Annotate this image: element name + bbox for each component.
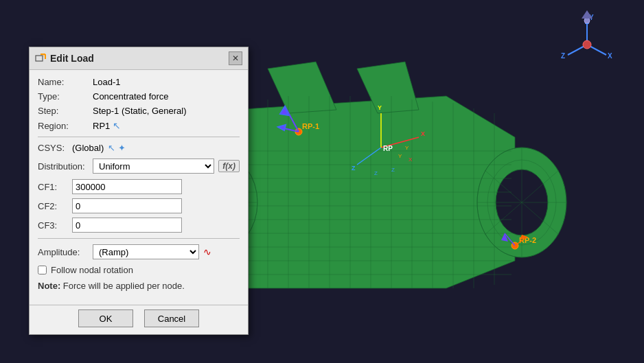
svg-text:RP-1: RP-1	[302, 122, 319, 130]
distribution-select[interactable]: Uniform User-defined	[93, 159, 214, 174]
region-label: Region:	[38, 121, 93, 131]
type-label: Type:	[38, 91, 93, 102]
svg-text:Z: Z	[561, 52, 565, 60]
step-row: Step: Step-1 (Static, General)	[38, 106, 240, 116]
svg-text:Z: Z	[374, 170, 378, 176]
region-select-icon[interactable]: ↖	[113, 120, 121, 131]
name-value: Load-1	[93, 77, 120, 87]
cf1-row: CF1:	[38, 179, 240, 194]
name-label: Name:	[38, 77, 93, 87]
follow-nodal-checkbox[interactable]	[38, 266, 47, 274]
note-text: Force will be applied per node.	[60, 281, 185, 291]
cf2-row: CF2:	[38, 198, 240, 213]
csys-row: CSYS: (Global) ↖ ✦	[38, 143, 240, 153]
distribution-select-wrapper: Uniform User-defined	[93, 159, 214, 174]
cf3-row: CF3:	[38, 218, 240, 233]
divider-2	[38, 238, 240, 239]
svg-text:Z: Z	[391, 167, 395, 173]
amplitude-wave-icon[interactable]: ∿	[203, 246, 211, 257]
svg-text:X: X	[608, 52, 612, 60]
distribution-label: Distribution:	[38, 161, 93, 172]
amplitude-select[interactable]: (Ramp) (Instantaneous) Custom	[93, 244, 199, 259]
follow-nodal-row: Follow nodal rotation	[38, 265, 240, 275]
divider-1	[38, 137, 240, 137]
close-button[interactable]: ✕	[229, 51, 242, 65]
cancel-button[interactable]: Cancel	[144, 309, 199, 327]
csys-pick-icon[interactable]: ↖	[108, 143, 115, 153]
csys-value: (Global)	[72, 143, 104, 153]
edit-load-dialog: Edit Load ✕ Name: Load-1 Type: Concentra…	[29, 47, 249, 335]
dialog-title: Edit Load	[50, 53, 94, 64]
type-value: Concentrated force	[93, 91, 169, 102]
cf2-label: CF2:	[38, 201, 72, 211]
ok-button[interactable]: OK	[78, 309, 133, 327]
amplitude-row: Amplitude: (Ramp) (Instantaneous) Custom…	[38, 244, 240, 259]
dialog-titlebar: Edit Load ✕	[30, 47, 248, 70]
svg-point-77	[584, 18, 590, 23]
type-row: Type: Concentrated force	[38, 91, 240, 102]
svg-text:Y: Y	[378, 104, 382, 111]
svg-text:X: X	[409, 156, 413, 163]
follow-nodal-label[interactable]: Follow nodal rotation	[51, 265, 133, 275]
step-label: Step:	[38, 106, 93, 116]
svg-text:X: X	[421, 130, 425, 137]
svg-text:Y: Y	[405, 145, 409, 151]
dialog-body: Name: Load-1 Type: Concentrated force St…	[30, 70, 248, 305]
svg-text:RP: RP	[383, 145, 393, 152]
amplitude-select-wrapper: (Ramp) (Instantaneous) Custom ∿	[93, 244, 240, 259]
csys-create-icon[interactable]: ✦	[118, 143, 126, 153]
region-value: RP1	[93, 121, 110, 131]
cf1-input[interactable]	[72, 179, 182, 194]
csys-label: CSYS:	[38, 143, 72, 153]
note-row: Note: Force will be applied per node.	[38, 281, 240, 291]
svg-point-76	[583, 40, 591, 49]
distribution-row: Distribution: Uniform User-defined f(x)	[38, 159, 240, 174]
dialog-icon	[35, 53, 46, 64]
region-row: Region: RP1 ↖	[38, 120, 240, 131]
note-bold: Note:	[38, 281, 60, 291]
cf3-label: CF3:	[38, 220, 72, 231]
step-value: Step-1 (Static, General)	[93, 106, 187, 116]
amplitude-label: Amplitude:	[38, 247, 93, 257]
fx-button[interactable]: f(x)	[218, 160, 240, 172]
dialog-footer: OK Cancel	[30, 305, 248, 334]
name-row: Name: Load-1	[38, 77, 240, 87]
cf3-input[interactable]	[72, 218, 182, 233]
svg-rect-79	[36, 56, 43, 61]
svg-text:Z: Z	[352, 165, 356, 172]
cf2-input[interactable]	[72, 198, 182, 213]
cf1-label: CF1:	[38, 182, 72, 192]
svg-text:Y: Y	[398, 153, 402, 159]
